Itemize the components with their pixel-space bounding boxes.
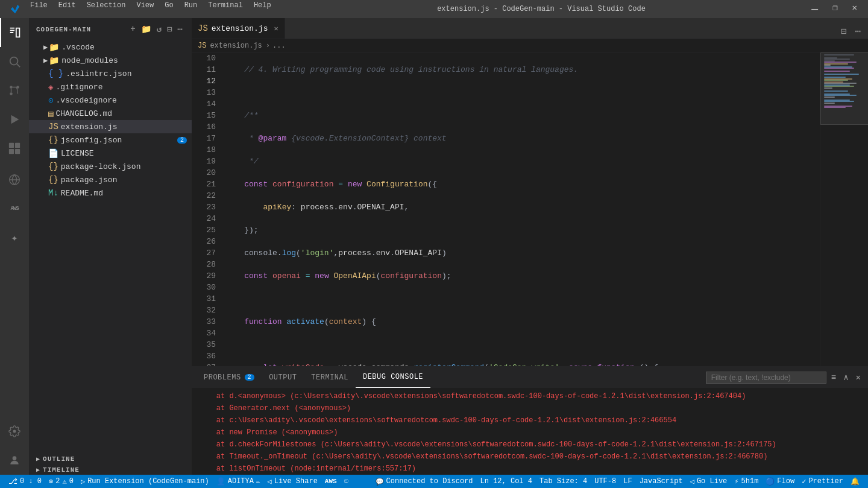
- status-line-col[interactable]: Ln 12, Col 4: [477, 475, 536, 488]
- branch-icon: ⎇: [8, 477, 17, 486]
- console-line-1: at d.<anonymous> (c:\Users\adity\.vscode…: [192, 390, 868, 402]
- panel-expand-btn[interactable]: ∧: [841, 371, 851, 384]
- status-language[interactable]: JavaScript: [636, 475, 687, 488]
- status-run-extension[interactable]: ▷ Run Extension (CodeGen-main): [77, 475, 213, 488]
- status-line-ending[interactable]: LF: [620, 475, 635, 488]
- tree-item-jsconfig[interactable]: {} jsconfig.json 2: [29, 133, 192, 147]
- new-folder-icon[interactable]: 📁: [140, 23, 153, 36]
- git-icon: ◈: [48, 82, 53, 92]
- svg-rect-8: [9, 149, 14, 154]
- tree-item-changelog[interactable]: ▤ CHANGELOG.md: [29, 107, 192, 120]
- split-editor-btn[interactable]: ⊟: [838, 24, 849, 39]
- minimap[interactable]: [820, 52, 868, 366]
- remote-activity-icon[interactable]: [0, 165, 29, 194]
- status-user[interactable]: 👤 ADITYA ✏: [213, 475, 264, 488]
- panel-area: PROBLEMS 2 OUTPUT TERMINAL DEBUG CONSOLE…: [192, 366, 868, 475]
- status-aws[interactable]: AWS: [321, 475, 341, 488]
- menu-run[interactable]: Run: [180, 0, 203, 18]
- menu-help[interactable]: Help: [249, 0, 276, 18]
- tab-js-icon: JS: [198, 24, 208, 33]
- status-discord[interactable]: 💬 Connected to Discord: [372, 475, 477, 488]
- breadcrumb-ellipsis[interactable]: ...: [272, 42, 286, 50]
- folder-nm-icon: 📁: [49, 55, 59, 66]
- breadcrumb: JS extension.js › ...: [192, 39, 868, 52]
- tree-item-node-modules[interactable]: ▶ 📁 node_modules: [29, 54, 192, 67]
- tree-item-vscodeignore[interactable]: ⊙ .vscodeignore: [29, 93, 192, 107]
- debug-activity-icon[interactable]: [0, 105, 29, 134]
- chevron-right-icon: ▶: [43, 43, 48, 52]
- menu-selection[interactable]: Selection: [82, 0, 131, 18]
- status-flow[interactable]: ⚡ 5h1m: [731, 475, 762, 488]
- panel-list-view-btn[interactable]: ≡: [829, 372, 838, 384]
- main-layout: AWS ✦ CODEGEN-MAIN + 📁 ↺ ⊟ ⋯ ▶ 📁: [0, 18, 868, 475]
- line-numbers: 10 11 12 13 14 15 16 17 18 19 20 21 22 2…: [192, 52, 221, 366]
- panel-close-btn[interactable]: ✕: [854, 371, 863, 384]
- line-col-text: Ln 12, Col 4: [480, 477, 532, 486]
- code-content[interactable]: // 4. Writing programming code using ins…: [221, 52, 820, 366]
- status-live-share[interactable]: ◁ Live Share: [264, 475, 321, 488]
- status-smiley[interactable]: ☺: [341, 475, 352, 488]
- panel-content[interactable]: at d.<anonymous> (c:\Users\adity\.vscode…: [192, 388, 868, 475]
- sidebar-header-icons: + 📁 ↺ ⊟ ⋯: [129, 23, 184, 36]
- search-activity-icon[interactable]: [0, 47, 29, 76]
- refresh-icon[interactable]: ↺: [156, 23, 163, 36]
- tree-item-license[interactable]: 📄 LICENSE: [29, 147, 192, 160]
- panel-filter-input[interactable]: [706, 372, 826, 384]
- outline-section[interactable]: ▶ OUTLINE: [29, 454, 192, 464]
- close-button[interactable]: ✕: [848, 4, 862, 14]
- aws-activity-icon[interactable]: AWS: [0, 194, 29, 223]
- menu-file[interactable]: File: [25, 0, 52, 18]
- status-encoding[interactable]: UTF-8: [591, 475, 620, 488]
- json-icon-pkg: {}: [48, 175, 58, 185]
- status-flow-label[interactable]: 🔵 Flow: [762, 475, 798, 488]
- settings-activity-icon[interactable]: [0, 417, 29, 446]
- status-notifications[interactable]: 🔔: [847, 475, 863, 488]
- timeline-section[interactable]: ▶ TIMELINE: [29, 465, 192, 475]
- tree-item-package[interactable]: {} package.json: [29, 173, 192, 186]
- aws-label: AWS: [325, 478, 337, 485]
- menu-go[interactable]: Go: [160, 0, 178, 18]
- tree-item-vscode[interactable]: ▶ 📁 .vscode: [29, 40, 192, 54]
- tab-close-btn[interactable]: ✕: [274, 24, 278, 33]
- collapse-icon[interactable]: ⊟: [166, 23, 174, 36]
- flow-text: 5h1m: [741, 477, 759, 486]
- extensions-activity-icon[interactable]: [0, 134, 29, 163]
- minimize-button[interactable]: —: [807, 4, 823, 14]
- more-tabs-btn[interactable]: ⋯: [852, 24, 863, 39]
- svg-point-11: [13, 456, 17, 460]
- breadcrumb-file[interactable]: JS: [198, 42, 206, 50]
- chevron-right-timeline: ▶: [36, 466, 40, 474]
- tree-item-package-lock[interactable]: {} package-lock.json: [29, 160, 192, 173]
- maximize-button[interactable]: ❐: [828, 4, 842, 14]
- accounts-activity-icon[interactable]: [0, 446, 29, 475]
- user-icon: 👤: [216, 477, 225, 486]
- tree-item-eslintrc[interactable]: { } .eslintrc.json: [29, 67, 192, 80]
- line-ending-text: LF: [623, 477, 632, 486]
- chevron-right-icon-nm: ▶: [43, 56, 48, 65]
- panel-tab-debug-console[interactable]: DEBUG CONSOLE: [356, 367, 430, 388]
- more-actions-icon[interactable]: ⋯: [177, 23, 184, 36]
- svg-rect-6: [9, 143, 14, 148]
- tree-item-extension-js[interactable]: JS extension.js: [29, 120, 192, 133]
- menu-terminal[interactable]: Terminal: [203, 0, 248, 18]
- status-branch[interactable]: ⎇ 0 ↓ 0: [5, 475, 45, 488]
- status-tab-size[interactable]: Tab Size: 4: [536, 475, 591, 488]
- error-count: 2: [55, 477, 60, 486]
- status-prettier[interactable]: ✓ Prettier: [798, 475, 847, 488]
- menu-edit[interactable]: Edit: [54, 0, 81, 18]
- panel-actions: ≡ ∧ ✕: [706, 371, 863, 384]
- sparkle-activity-icon[interactable]: ✦: [0, 223, 29, 252]
- status-go-live[interactable]: ◁ Go Live: [687, 475, 731, 488]
- tree-item-gitignore[interactable]: ◈ .gitignore: [29, 80, 192, 93]
- explorer-icon[interactable]: [0, 18, 29, 47]
- new-file-icon[interactable]: +: [129, 23, 137, 36]
- tree-item-readme[interactable]: M↓ README.md: [29, 186, 192, 200]
- tab-extension-js[interactable]: JS extension.js ✕: [192, 18, 285, 39]
- source-control-activity-icon[interactable]: [0, 76, 29, 105]
- menu-view[interactable]: View: [131, 0, 159, 18]
- md-icon: M↓: [48, 188, 58, 198]
- panel-tab-output[interactable]: OUTPUT: [262, 367, 304, 388]
- status-errors[interactable]: ⊗ 2 ⚠ 0: [45, 475, 77, 488]
- panel-tab-terminal[interactable]: TERMINAL: [304, 367, 356, 388]
- panel-tab-problems[interactable]: PROBLEMS 2: [197, 367, 262, 388]
